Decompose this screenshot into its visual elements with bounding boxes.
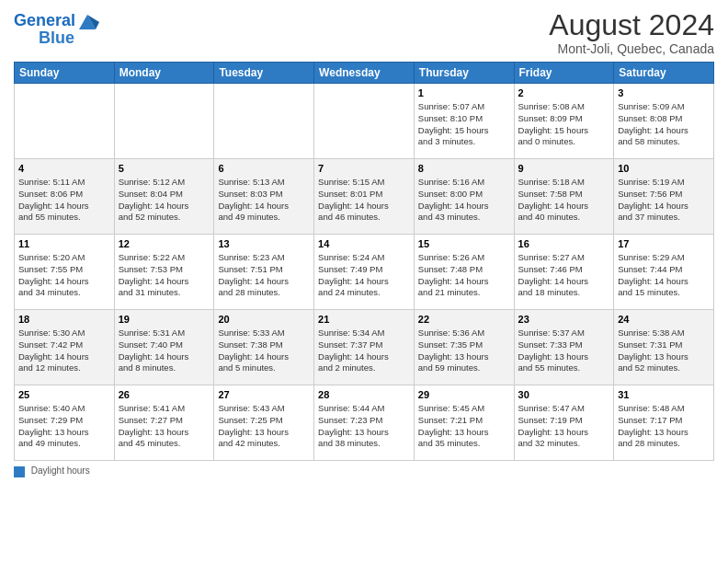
- day-number: 24: [618, 313, 710, 327]
- calendar-cell: 22Sunrise: 5:36 AM Sunset: 7:35 PM Dayli…: [414, 310, 514, 385]
- day-number: 1: [418, 86, 510, 100]
- day-info: Sunrise: 5:29 AM Sunset: 7:44 PM Dayligh…: [618, 252, 710, 299]
- calendar-cell: 7Sunrise: 5:15 AM Sunset: 8:01 PM Daylig…: [314, 159, 415, 235]
- calendar-cell: 5Sunrise: 5:12 AM Sunset: 8:04 PM Daylig…: [114, 159, 214, 235]
- logo-line2: Blue: [39, 29, 74, 48]
- week-row-1: 1Sunrise: 5:07 AM Sunset: 8:10 PM Daylig…: [15, 84, 714, 159]
- day-info: Sunrise: 5:27 AM Sunset: 7:46 PM Dayligh…: [518, 252, 610, 299]
- day-number: 19: [119, 313, 210, 327]
- calendar-cell: 1Sunrise: 5:07 AM Sunset: 8:10 PM Daylig…: [414, 84, 514, 159]
- day-number: 15: [418, 237, 510, 251]
- day-number: 7: [318, 162, 410, 176]
- day-header-wednesday: Wednesday: [314, 63, 415, 84]
- day-header-friday: Friday: [514, 63, 614, 84]
- day-number: 11: [18, 237, 110, 251]
- calendar-cell: 26Sunrise: 5:41 AM Sunset: 7:27 PM Dayli…: [114, 385, 214, 461]
- day-info: Sunrise: 5:26 AM Sunset: 7:48 PM Dayligh…: [418, 252, 510, 299]
- footer-text: Daylight hours: [31, 465, 90, 476]
- day-number: 2: [518, 86, 610, 100]
- calendar-cell: 18Sunrise: 5:30 AM Sunset: 7:42 PM Dayli…: [15, 310, 115, 385]
- calendar-cell: 19Sunrise: 5:31 AM Sunset: 7:40 PM Dayli…: [114, 310, 214, 385]
- calendar-cell: 9Sunrise: 5:18 AM Sunset: 7:58 PM Daylig…: [514, 159, 614, 235]
- day-number: 26: [119, 388, 210, 402]
- day-number: 4: [18, 162, 110, 176]
- day-info: Sunrise: 5:18 AM Sunset: 7:58 PM Dayligh…: [518, 177, 610, 224]
- day-info: Sunrise: 5:20 AM Sunset: 7:55 PM Dayligh…: [18, 252, 110, 299]
- day-number: 28: [318, 388, 410, 402]
- calendar-cell: [314, 84, 415, 159]
- day-number: 17: [618, 237, 710, 251]
- title-block: August 2024 Mont-Joli, Quebec, Canada: [549, 9, 714, 56]
- calendar-cell: 25Sunrise: 5:40 AM Sunset: 7:29 PM Dayli…: [15, 385, 115, 461]
- day-info: Sunrise: 5:08 AM Sunset: 8:09 PM Dayligh…: [518, 101, 610, 148]
- day-number: 18: [18, 313, 110, 327]
- week-row-3: 11Sunrise: 5:20 AM Sunset: 7:55 PM Dayli…: [15, 235, 714, 310]
- calendar-cell: 3Sunrise: 5:09 AM Sunset: 8:08 PM Daylig…: [614, 84, 714, 159]
- day-number: 3: [618, 86, 710, 100]
- day-info: Sunrise: 5:11 AM Sunset: 8:06 PM Dayligh…: [18, 177, 110, 224]
- logo-icon: [75, 9, 99, 33]
- day-info: Sunrise: 5:34 AM Sunset: 7:37 PM Dayligh…: [318, 327, 410, 374]
- day-number: 12: [119, 237, 210, 251]
- day-number: 21: [318, 313, 410, 327]
- day-info: Sunrise: 5:47 AM Sunset: 7:19 PM Dayligh…: [518, 403, 610, 450]
- day-info: Sunrise: 5:43 AM Sunset: 7:25 PM Dayligh…: [218, 403, 310, 450]
- calendar-cell: 28Sunrise: 5:44 AM Sunset: 7:23 PM Dayli…: [314, 385, 415, 461]
- calendar-cell: 30Sunrise: 5:47 AM Sunset: 7:19 PM Dayli…: [514, 385, 614, 461]
- day-number: 14: [318, 237, 410, 251]
- day-info: Sunrise: 5:45 AM Sunset: 7:21 PM Dayligh…: [418, 403, 510, 450]
- day-info: Sunrise: 5:38 AM Sunset: 7:31 PM Dayligh…: [618, 327, 710, 374]
- main-title: August 2024: [549, 9, 714, 41]
- day-number: 20: [218, 313, 310, 327]
- calendar-header: SundayMondayTuesdayWednesdayThursdayFrid…: [15, 63, 714, 84]
- footer-color-swatch: [14, 466, 25, 477]
- calendar-cell: 11Sunrise: 5:20 AM Sunset: 7:55 PM Dayli…: [15, 235, 115, 310]
- calendar-cell: 23Sunrise: 5:37 AM Sunset: 7:33 PM Dayli…: [514, 310, 614, 385]
- day-info: Sunrise: 5:37 AM Sunset: 7:33 PM Dayligh…: [518, 327, 610, 374]
- calendar-cell: 2Sunrise: 5:08 AM Sunset: 8:09 PM Daylig…: [514, 84, 614, 159]
- calendar-cell: [214, 84, 314, 159]
- day-info: Sunrise: 5:22 AM Sunset: 7:53 PM Dayligh…: [119, 252, 210, 299]
- subtitle: Mont-Joli, Quebec, Canada: [549, 41, 714, 56]
- calendar-cell: 14Sunrise: 5:24 AM Sunset: 7:49 PM Dayli…: [314, 235, 415, 310]
- day-info: Sunrise: 5:36 AM Sunset: 7:35 PM Dayligh…: [418, 327, 510, 374]
- header-row: SundayMondayTuesdayWednesdayThursdayFrid…: [15, 63, 714, 84]
- day-info: Sunrise: 5:48 AM Sunset: 7:17 PM Dayligh…: [618, 403, 710, 450]
- day-info: Sunrise: 5:19 AM Sunset: 7:56 PM Dayligh…: [618, 177, 710, 224]
- day-number: 30: [518, 388, 610, 402]
- calendar-cell: 12Sunrise: 5:22 AM Sunset: 7:53 PM Dayli…: [114, 235, 214, 310]
- day-number: 10: [618, 162, 710, 176]
- calendar-cell: 20Sunrise: 5:33 AM Sunset: 7:38 PM Dayli…: [214, 310, 314, 385]
- day-number: 25: [18, 388, 110, 402]
- day-number: 31: [618, 388, 710, 402]
- logo-text: General: [14, 12, 75, 30]
- day-header-tuesday: Tuesday: [214, 63, 314, 84]
- calendar-cell: 29Sunrise: 5:45 AM Sunset: 7:21 PM Dayli…: [414, 385, 514, 461]
- calendar-body: 1Sunrise: 5:07 AM Sunset: 8:10 PM Daylig…: [15, 84, 714, 461]
- day-number: 29: [418, 388, 510, 402]
- logo: General Blue: [14, 9, 99, 48]
- day-number: 6: [218, 162, 310, 176]
- day-info: Sunrise: 5:30 AM Sunset: 7:42 PM Dayligh…: [18, 327, 110, 374]
- calendar-cell: 27Sunrise: 5:43 AM Sunset: 7:25 PM Dayli…: [214, 385, 314, 461]
- day-number: 13: [218, 237, 310, 251]
- page: General Blue August 2024 Mont-Joli, Queb…: [0, 0, 728, 563]
- day-info: Sunrise: 5:23 AM Sunset: 7:51 PM Dayligh…: [218, 252, 310, 299]
- calendar-cell: [114, 84, 214, 159]
- day-info: Sunrise: 5:15 AM Sunset: 8:01 PM Dayligh…: [318, 177, 410, 224]
- day-number: 5: [119, 162, 210, 176]
- calendar-cell: 13Sunrise: 5:23 AM Sunset: 7:51 PM Dayli…: [214, 235, 314, 310]
- calendar-cell: [15, 84, 115, 159]
- calendar-cell: 16Sunrise: 5:27 AM Sunset: 7:46 PM Dayli…: [514, 235, 614, 310]
- day-info: Sunrise: 5:44 AM Sunset: 7:23 PM Dayligh…: [318, 403, 410, 450]
- day-number: 8: [418, 162, 510, 176]
- day-number: 23: [518, 313, 610, 327]
- day-info: Sunrise: 5:31 AM Sunset: 7:40 PM Dayligh…: [119, 327, 210, 374]
- calendar-cell: 8Sunrise: 5:16 AM Sunset: 8:00 PM Daylig…: [414, 159, 514, 235]
- day-header-sunday: Sunday: [15, 63, 115, 84]
- day-number: 22: [418, 313, 510, 327]
- calendar: SundayMondayTuesdayWednesdayThursdayFrid…: [14, 62, 714, 461]
- calendar-cell: 6Sunrise: 5:13 AM Sunset: 8:03 PM Daylig…: [214, 159, 314, 235]
- header: General Blue August 2024 Mont-Joli, Queb…: [14, 9, 714, 56]
- day-info: Sunrise: 5:40 AM Sunset: 7:29 PM Dayligh…: [18, 403, 110, 450]
